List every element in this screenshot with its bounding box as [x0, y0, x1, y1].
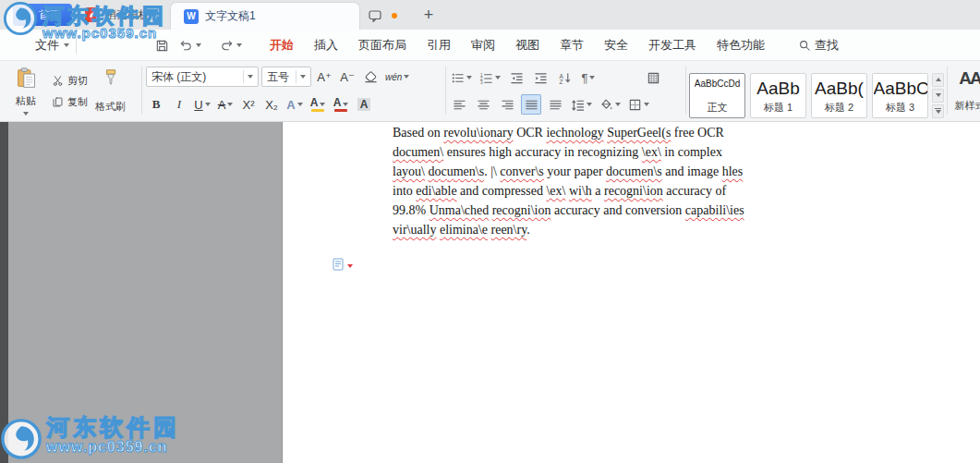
chevron-down-icon [297, 103, 303, 106]
style-option-正文[interactable]: AaBbCcDd正文 [689, 73, 745, 118]
pinyin-guide-button[interactable]: wén [383, 67, 411, 87]
wps-window: 首页 稻壳模板 W 文字文稿1 + 文件 [0, 0, 980, 463]
cut-button[interactable]: 剪切 [52, 74, 88, 88]
misspelled-word: revolu\ionary [443, 126, 513, 140]
font-color-button[interactable]: A [331, 94, 351, 115]
text-segment: Based on [393, 126, 443, 140]
styles-scroll-down-button[interactable] [932, 89, 944, 103]
format-painter-button[interactable]: 格式刷 [95, 65, 126, 118]
font-family-select[interactable]: 宋体 (正文) [146, 67, 259, 87]
brush-icon [101, 67, 121, 88]
paste-options-float-button[interactable] [331, 257, 353, 272]
subscript-button[interactable]: X₂ [261, 94, 282, 115]
undo-button[interactable] [177, 37, 194, 54]
superscript-button[interactable]: X² [238, 94, 259, 115]
paragraph-mark-icon: ¶ [582, 71, 588, 85]
chevron-down-icon [644, 103, 649, 106]
redo-dropdown-caret[interactable] [236, 43, 242, 47]
divider [76, 37, 77, 54]
sort-icon: AZ [558, 71, 572, 85]
chevron-down-icon [466, 76, 472, 79]
copy-button[interactable]: 复制 [52, 95, 88, 109]
find-button[interactable]: 查找 [798, 30, 839, 61]
bullet-list-button[interactable] [449, 67, 474, 88]
redo-button[interactable] [218, 37, 235, 54]
grid-icon [647, 71, 660, 85]
tab-docer-templates[interactable]: 稻壳模板 [78, 4, 166, 26]
doc-line: layou\ documen\s. |\ conver\s your paper… [393, 163, 744, 182]
modified-dot [392, 13, 397, 18]
misspelled-word: documen\s [429, 164, 485, 178]
misspelled-word: elimina\e [440, 223, 488, 237]
text-effects-button[interactable]: A [284, 94, 305, 115]
undo-dropdown-caret[interactable] [196, 43, 201, 47]
menu-tab-开发工具[interactable]: 开发工具 [638, 30, 707, 61]
home-button[interactable]: 首页 [13, 4, 72, 26]
decrease-indent-button[interactable] [506, 67, 526, 88]
underline-button[interactable]: U [192, 94, 212, 115]
menu-tab-开始[interactable]: 开始 [260, 30, 304, 61]
strikethrough-button[interactable]: A [215, 94, 236, 115]
increase-indent-button[interactable] [530, 67, 550, 88]
line-spacing-icon [571, 98, 585, 112]
strikethrough-glyph: A [218, 98, 226, 112]
shrink-font-glyph: A⁻ [340, 70, 355, 84]
menu-tab-插入[interactable]: 插入 [304, 30, 348, 61]
shading-fill-button[interactable] [598, 94, 623, 115]
show-marks-button[interactable]: ¶ [578, 67, 599, 88]
doc-line: vir\ually elimina\e reen\ry. [393, 221, 744, 240]
char-shading-button[interactable]: A [354, 94, 374, 115]
styles-more-button[interactable] [932, 104, 944, 118]
clear-format-button[interactable] [360, 67, 381, 87]
styles-scroll-up-button[interactable] [932, 73, 944, 87]
text-segment: OCR [514, 126, 547, 140]
shrink-font-button[interactable]: A⁻ [337, 67, 357, 87]
font-color-bar [334, 109, 347, 112]
chevron-down-icon [587, 103, 592, 106]
chevron-down-icon [320, 103, 325, 106]
align-center-button[interactable] [473, 94, 493, 115]
menu-tab-审阅[interactable]: 审阅 [461, 30, 505, 61]
comment-icon[interactable] [368, 8, 382, 23]
line-spacing-button[interactable] [569, 94, 594, 115]
paper-grid-button[interactable] [643, 67, 663, 88]
paste-label: 粘贴 [16, 94, 36, 108]
align-right-button[interactable] [497, 94, 517, 115]
align-left-button[interactable] [449, 94, 469, 115]
menu-tab-特色功能[interactable]: 特色功能 [707, 30, 775, 61]
new-tab-button[interactable]: + [417, 4, 440, 26]
grow-font-glyph: A⁺ [317, 70, 332, 84]
file-menu-button[interactable]: 文件 [35, 36, 69, 55]
save-button[interactable] [153, 37, 170, 54]
font-size-select[interactable]: 五号 [261, 67, 311, 87]
document-page[interactable]: Based on revolu\ionary OCR iechnology Su… [282, 122, 980, 463]
borders-button[interactable] [626, 94, 651, 115]
new-style-group[interactable]: AA 新样式 [951, 65, 980, 118]
align-distribute-button[interactable] [545, 94, 565, 115]
divider [947, 67, 948, 115]
paragraph-group: 123 AZ ¶ [449, 65, 682, 118]
align-justify-icon [525, 98, 538, 112]
menubar: 文件 开始插入页面布局引用审阅视图章节安全开发工具特色功能 查找 [0, 30, 980, 61]
tab-document[interactable]: W 文字文稿1 [170, 2, 360, 30]
menu-tab-引用[interactable]: 引用 [417, 30, 461, 61]
numbered-list-button[interactable]: 123 [478, 67, 502, 88]
grow-font-button[interactable]: A⁺ [314, 67, 334, 87]
menu-tab-视图[interactable]: 视图 [505, 30, 550, 61]
menu-tab-页面布局[interactable]: 页面布局 [348, 30, 417, 61]
copy-icon [52, 96, 64, 108]
styles-group: AaBbCcDd正文AaBb标题 1AaBb(标题 2AaBbC标题 3 [689, 68, 944, 122]
menu-tab-安全[interactable]: 安全 [594, 30, 638, 61]
style-option-标题 3[interactable]: AaBbC标题 3 [872, 73, 928, 118]
menu-tab-章节[interactable]: 章节 [550, 30, 594, 61]
style-option-标题 2[interactable]: AaBb(标题 2 [811, 73, 867, 118]
italic-button[interactable]: I [169, 94, 189, 115]
style-label: 标题 2 [825, 101, 853, 115]
sort-button[interactable]: AZ [554, 67, 575, 88]
paste-button[interactable]: 粘贴 [7, 65, 44, 118]
align-justify-button[interactable] [521, 94, 541, 115]
bold-button[interactable]: B [146, 94, 166, 115]
style-option-标题 1[interactable]: AaBb标题 1 [750, 73, 806, 118]
highlight-color-button[interactable]: A [308, 94, 328, 115]
misspelled-word: \ex\ [546, 184, 565, 198]
